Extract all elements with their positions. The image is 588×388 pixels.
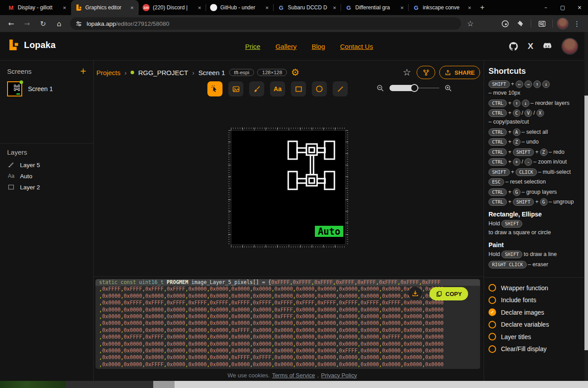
screen-badge: tft-espi [229, 69, 254, 76]
site-info-icon[interactable] [75, 20, 82, 27]
output-option-layer-titles[interactable]: Layer titles [489, 333, 580, 340]
output-option-declare-variables[interactable]: Declare variables [489, 321, 580, 328]
radio-unchecked-icon[interactable] [489, 333, 496, 340]
zoom-out-icon[interactable] [377, 84, 384, 92]
fork-button[interactable] [417, 66, 435, 79]
tool-button-paint[interactable] [249, 81, 264, 96]
zoom-slider[interactable] [389, 84, 439, 92]
new-tab-button[interactable]: + [476, 0, 489, 15]
tab-close-icon[interactable]: × [399, 4, 405, 11]
tool-bar: Aa [207, 81, 348, 96]
close-button[interactable]: × [571, 0, 588, 15]
code-output-panel[interactable]: static const uint16_t PROGMEM image_Laye… [95, 279, 480, 369]
nav-link-contact-us[interactable]: Contact Us [340, 43, 373, 50]
layer-name-label: Layer 5 [20, 162, 40, 168]
breadcrumb-projects-link[interactable]: Projects [96, 69, 120, 76]
nav-link-gallery[interactable]: Gallery [275, 43, 297, 50]
discord-favicon: 220 [143, 4, 150, 11]
breadcrumb-screen-name[interactable]: Screen 1 [199, 69, 225, 76]
key-cap: RIGHT CLICK [489, 261, 527, 268]
x-twitter-icon[interactable]: X [528, 41, 533, 51]
auto-mode-badge: Auto [315, 226, 343, 237]
privacy-policy-link[interactable]: Privacy Policy [321, 372, 357, 379]
key-cap: ESC [489, 178, 504, 186]
layer-item[interactable]: Layer 2 [7, 184, 90, 191]
radio-unchecked-icon[interactable] [489, 345, 496, 353]
address-bar[interactable]: lopaka.app/editor/27912/58080 [70, 17, 461, 30]
browser-menu-kebab-icon[interactable]: ⋮ [570, 17, 584, 30]
tool-button-text[interactable]: Aa [270, 81, 285, 96]
brush-icon [8, 162, 14, 168]
device-display[interactable]: Auto [231, 130, 346, 245]
page-scrollbar-thumb[interactable] [584, 96, 588, 350]
tab-close-icon[interactable]: × [197, 4, 202, 11]
radio-checked-icon[interactable]: ✓ [489, 308, 496, 316]
radio-unchecked-icon[interactable] [489, 284, 496, 292]
screen-badges: tft-espi128×128 [229, 69, 287, 76]
browser-tab[interactable]: GitHub - under× [206, 0, 274, 15]
download-button[interactable] [409, 287, 422, 300]
tab-close-icon[interactable]: × [62, 4, 67, 11]
screen-thumbnail[interactable] [7, 81, 22, 96]
screen-settings-gear-icon[interactable]: ⚙ [291, 68, 299, 77]
copy-button[interactable]: COPY [429, 287, 468, 300]
tool-button-circle[interactable] [312, 81, 327, 96]
github-icon[interactable] [509, 41, 519, 52]
extension-badge-icon[interactable] [498, 17, 512, 30]
output-option-include-fonts[interactable]: Include fonts [489, 296, 580, 304]
user-avatar[interactable] [561, 38, 578, 55]
reload-icon[interactable]: ↻ [36, 17, 50, 30]
bookmark-star-icon[interactable]: ☆ [464, 17, 477, 30]
code-line: ,0x0000,0x0000,0x0000,0x0000,0x0000,0x00… [95, 320, 480, 327]
terms-of-service-link[interactable]: Terms of Service [272, 372, 315, 379]
nav-link-blog[interactable]: Blog [312, 43, 325, 50]
key-cap: A [513, 128, 520, 136]
extensions-puzzle-icon[interactable] [513, 17, 527, 30]
browser-profile-avatar[interactable] [557, 18, 568, 29]
browser-tab[interactable]: Graphics editor× [71, 0, 139, 15]
add-screen-button[interactable]: + [80, 67, 86, 76]
screen-list-item[interactable]: Screen 1 [7, 81, 86, 96]
layer-item[interactable]: AaAuto [7, 172, 90, 180]
page-scrollbar[interactable] [584, 32, 588, 381]
browser-tab[interactable]: GSubaru DCCD D× [274, 0, 341, 15]
minimize-button[interactable]: – [537, 0, 554, 15]
tool-button-line[interactable] [333, 81, 348, 96]
maximize-button[interactable]: ▢ [554, 0, 571, 15]
output-option-declare-images[interactable]: ✓ Declare images [489, 308, 580, 316]
browser-tab[interactable]: MDisplay - gillott× [4, 0, 71, 15]
radio-unchecked-icon[interactable] [489, 296, 496, 304]
zoom-in-icon[interactable] [445, 84, 452, 92]
back-icon[interactable]: ← [4, 17, 18, 30]
favorite-star-icon[interactable]: ☆ [403, 67, 411, 78]
forward-icon[interactable]: → [20, 17, 34, 30]
tab-close-icon[interactable]: × [467, 4, 472, 11]
tool-button-select[interactable] [207, 81, 222, 96]
option-label: Clear/Fill display [501, 345, 547, 352]
side-panel-search-icon[interactable] [535, 17, 548, 30]
key-cap: X [536, 109, 544, 117]
discord-icon[interactable] [542, 43, 552, 50]
tab-close-icon[interactable]: × [332, 4, 337, 11]
background-window-fragment [66, 381, 153, 388]
zoom-slider-thumb[interactable] [410, 84, 418, 92]
browser-tab[interactable]: 220(220) Discord |× [139, 0, 206, 15]
tool-button-image[interactable] [228, 81, 243, 96]
key-cap: Z [540, 148, 548, 156]
nav-link-price[interactable]: Price [245, 43, 260, 50]
output-option-clear-fill-display[interactable]: Clear/Fill display [489, 345, 580, 353]
breadcrumb-project-name[interactable]: RGG_PROJECT [138, 69, 188, 76]
key-cap: CTRL [489, 109, 507, 117]
layer-item[interactable]: Layer 5 [7, 161, 90, 168]
tool-button-rect[interactable] [291, 81, 306, 96]
radio-unchecked-icon[interactable] [489, 321, 496, 328]
browser-tab[interactable]: GDifferential gra× [341, 0, 409, 15]
output-option-wrapper-function[interactable]: Wrapper function [489, 284, 580, 292]
tab-close-icon[interactable]: × [264, 4, 270, 11]
home-icon[interactable]: ⌂ [52, 17, 66, 30]
browser-tab[interactable]: Ginkscape conve× [409, 0, 476, 15]
image-tool-icon [232, 85, 240, 93]
share-button[interactable]: SHARE [439, 66, 480, 79]
lopaka-brand[interactable]: Lopaka [8, 39, 56, 51]
tab-close-icon[interactable]: × [129, 4, 135, 11]
